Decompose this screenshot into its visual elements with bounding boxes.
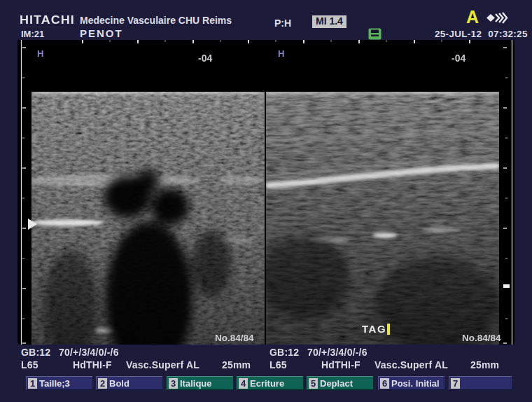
focus-marker-right	[503, 284, 510, 288]
annotation-mode-indicator: A	[466, 9, 479, 25]
annotation-text: TAG	[362, 323, 386, 335]
image-counter: IM:21	[21, 29, 44, 39]
image-display-area: H -04 H -04 No.84/84 No.84/84 TAG	[18, 40, 514, 345]
speaker-icon	[485, 11, 509, 27]
brand-logo: HITACHI	[20, 13, 75, 27]
probe-name-left: L65	[21, 359, 38, 370]
gain-value-right: GB:12	[270, 347, 299, 358]
probe-indicator: P:H	[274, 18, 291, 29]
settings-string-right: 70/+/3/4/0/-/6	[307, 347, 368, 358]
softkey-number-badge: 2	[98, 378, 107, 389]
settings-string-left: 70/+/3/4/0/-/6	[59, 347, 119, 358]
frame-counter-right: No.84/84	[462, 333, 501, 343]
ruler-minor-ticks-right	[505, 78, 507, 319]
imaging-mode-right: HdTHI-F	[321, 359, 360, 370]
depth-value-left: 25mm	[222, 359, 251, 370]
probe-name-right: L65	[270, 359, 287, 370]
gain-value-left: GB:12	[21, 347, 50, 358]
orientation-marker-right: H	[278, 48, 284, 59]
softkey-italique[interactable]: 3 Italique	[167, 376, 233, 390]
softkey-posi-initial[interactable]: 6 Posi. Initial	[378, 376, 444, 390]
text-cursor	[387, 324, 390, 335]
ruler-minor-ticks-top	[110, 40, 442, 42]
imaging-mode-left: HdTHI-F	[73, 359, 112, 370]
ruler-minor-ticks-left	[22, 78, 24, 319]
preset-name-right: Vasc.Superf AL	[374, 359, 448, 370]
softkey-number-badge: 5	[309, 378, 318, 389]
softkey-taille[interactable]: 1 Taille;3	[26, 376, 92, 390]
ruler-major-ticks-left	[22, 48, 26, 343]
depth-value-right: 25mm	[470, 359, 499, 370]
softkey-7[interactable]: 7	[449, 376, 512, 390]
softkey-bold[interactable]: 2 Bold	[96, 376, 162, 390]
annotation-text-entry[interactable]: TAG	[362, 323, 390, 335]
patient-name: PENOT	[80, 27, 123, 39]
mi-badge: MI 1.4	[312, 15, 346, 28]
softkey-number-badge: 6	[380, 378, 389, 389]
gain-label-left: -04	[198, 53, 212, 64]
softkey-ecriture[interactable]: 4 Ecriture	[237, 376, 303, 390]
softkey-number-badge: 3	[169, 378, 178, 389]
gain-label-right: -04	[451, 53, 465, 64]
datetime: 25-JUL-12 07:32:25	[435, 29, 528, 39]
institution-name: Medecine Vasculaire CHU Reims	[80, 15, 232, 26]
orientation-marker-left: H	[37, 48, 43, 59]
focus-arrow-marker	[28, 219, 37, 230]
ruler-major-ticks-right	[503, 48, 507, 343]
softkey-number-badge: 4	[239, 378, 248, 389]
ultrasound-screen: HITACHI IM:21 Medecine Vasculaire CHU Re…	[0, 0, 532, 402]
softkey-deplact[interactable]: 5 Deplact	[307, 376, 373, 390]
frame-counter-left: No.84/84	[215, 333, 254, 343]
softkey-number-badge: 1	[28, 378, 37, 389]
softkey-number-badge: 7	[451, 378, 460, 389]
preset-name-left: Vasc.Superf AL	[126, 359, 200, 370]
depth-ruler-overlay	[18, 40, 514, 345]
